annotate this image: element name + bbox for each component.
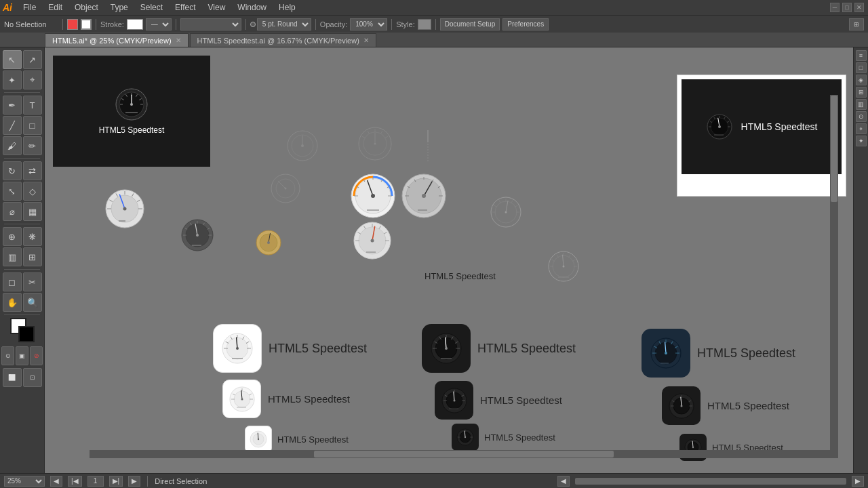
blend-tool[interactable]: ⊕	[3, 227, 22, 246]
symbol-tool[interactable]: ❋	[23, 227, 42, 246]
restore-button[interactable]: □	[842, 3, 852, 12]
arrange-panel-button[interactable]: ⊞	[849, 18, 864, 30]
small-beige-gauge	[255, 229, 282, 259]
screen-mode-btn[interactable]: ⬜	[3, 368, 22, 387]
svg-point-139	[369, 251, 370, 253]
svg-point-142	[373, 251, 374, 253]
app-icon-black-large[interactable]	[422, 324, 471, 373]
lasso-tool[interactable]: ⌖	[23, 70, 42, 89]
tab-speedtest-ai-close[interactable]: ✕	[363, 37, 369, 44]
menu-object[interactable]: Object	[69, 1, 104, 14]
background-color[interactable]	[18, 326, 35, 342]
direct-selection-tool[interactable]: ↗	[23, 50, 42, 69]
page-input[interactable]	[87, 476, 104, 487]
app-icon-black-medium[interactable]	[435, 381, 473, 420]
scissors-tool[interactable]: ✂	[23, 272, 42, 291]
menu-help[interactable]: Help	[273, 1, 301, 14]
menu-effect[interactable]: Effect	[170, 1, 201, 14]
svg-point-267	[457, 408, 458, 409]
rotate-tool[interactable]: ↻	[3, 161, 22, 180]
menu-select[interactable]: Select	[135, 1, 168, 14]
svg-point-229	[665, 352, 667, 354]
stroke-color-indicator[interactable]	[81, 19, 92, 30]
color-mode-btn[interactable]: ⊙	[1, 346, 14, 365]
right-panel-btn-7[interactable]: ⌖	[856, 123, 867, 134]
shear-tool[interactable]: ◇	[23, 182, 42, 201]
app-icon-white-small[interactable]	[245, 426, 272, 453]
app-icon-dark-medium[interactable]	[662, 386, 701, 425]
zoom-tool[interactable]: 🔍	[23, 293, 42, 312]
right-panel-btn-1[interactable]: ≡	[856, 50, 867, 61]
horizontal-scroll-thumb[interactable]	[314, 451, 614, 458]
minimize-button[interactable]: ─	[830, 3, 840, 12]
svg-point-230	[660, 363, 662, 364]
slice-tool[interactable]: ⊞	[23, 247, 42, 266]
preferences-button[interactable]: Preferences	[502, 18, 549, 30]
last-page-button[interactable]: ▶|	[109, 476, 123, 487]
menu-window[interactable]: Window	[232, 1, 272, 14]
selection-tool[interactable]: ↖	[3, 50, 22, 69]
svg-point-154	[563, 266, 565, 268]
right-panel-btn-2[interactable]: □	[856, 62, 867, 73]
menu-file[interactable]: File	[18, 1, 41, 14]
h-scroll-area[interactable]	[575, 478, 846, 485]
brush-style-select[interactable]	[180, 18, 241, 30]
app-icon-black-small[interactable]	[452, 424, 479, 451]
vertical-scrollbar[interactable]	[830, 95, 838, 450]
menu-view[interactable]: View	[203, 1, 231, 14]
right-panel-btn-4[interactable]: ⊞	[856, 87, 867, 98]
canvas-area[interactable]: HTML5 Speedtest	[45, 47, 853, 473]
stroke-style-select[interactable]: —	[146, 18, 172, 30]
zoom-select[interactable]: 25%	[4, 476, 45, 487]
pencil-tool[interactable]: ✏	[23, 136, 42, 155]
eraser-tool[interactable]: ◻	[3, 272, 22, 291]
pen-tool[interactable]: ✒	[3, 96, 22, 115]
tab-html5-ai-close[interactable]: ✕	[176, 37, 181, 44]
right-panel-btn-5[interactable]: ▥	[856, 99, 867, 110]
pt-round-select[interactable]: 5 pt. Round	[257, 18, 311, 30]
line-tool[interactable]: ╱	[3, 116, 22, 135]
tab-html5-ai[interactable]: HTML5.ai* @ 25% (CMYK/Preview) ✕	[45, 33, 189, 47]
svg-point-177	[718, 134, 719, 136]
document-setup-button[interactable]: Document Setup	[440, 18, 500, 30]
first-page-button[interactable]: |◀	[68, 476, 82, 487]
svg-point-179	[721, 134, 722, 136]
tab-speedtest-ai[interactable]: HTML5 Speedtest.ai @ 16.67% (CMYK/Previe…	[190, 33, 376, 47]
paintbrush-tool[interactable]: 🖌	[3, 136, 22, 155]
prev-page-button[interactable]: ◀	[50, 476, 62, 487]
right-panel: ≡ □ ◈ ⊞ ▥ ⊙ ⌖ ✦	[853, 47, 868, 473]
gradient-btn[interactable]: ▣	[16, 346, 28, 365]
rect-tool[interactable]: □	[23, 116, 42, 135]
reflect-tool[interactable]: ⇄	[23, 161, 42, 180]
close-button[interactable]: ✕	[854, 3, 864, 12]
column-graph-tool[interactable]: ▥	[3, 247, 22, 266]
right-panel-btn-6[interactable]: ⊙	[856, 111, 867, 122]
artboard-nav-left[interactable]: ◀	[557, 476, 570, 487]
svg-point-180	[722, 134, 724, 136]
next-page-button[interactable]: ▶	[128, 476, 140, 487]
warp-tool[interactable]: ⌀	[3, 202, 22, 221]
fill-color-indicator[interactable]	[67, 19, 78, 30]
artboard-nav-right[interactable]: ▶	[852, 476, 864, 487]
scale-tool[interactable]: ⤡	[3, 182, 22, 201]
vertical-scroll-thumb[interactable]	[831, 96, 837, 202]
full-screen-btn[interactable]: ⊡	[23, 368, 42, 387]
hand-tool[interactable]: ✋	[3, 293, 22, 312]
app-icon-dark-large[interactable]	[642, 329, 690, 378]
graph-tool[interactable]: ▦	[23, 202, 42, 221]
app-icon-white-medium[interactable]	[222, 380, 261, 418]
menu-edit[interactable]: Edit	[43, 1, 68, 14]
menu-type[interactable]: Type	[105, 1, 134, 14]
opacity-select[interactable]: 100%	[350, 18, 387, 30]
magic-wand-tool[interactable]: ✦	[3, 70, 22, 89]
none-btn[interactable]: ⊘	[30, 346, 43, 365]
app-icon-white-large[interactable]	[213, 324, 262, 373]
svg-point-216	[448, 358, 449, 359]
svg-point-232	[663, 363, 665, 364]
style-indicator	[418, 19, 431, 30]
right-panel-btn-8[interactable]: ✦	[856, 136, 867, 146]
horizontal-scrollbar[interactable]	[90, 450, 838, 458]
right-panel-btn-3[interactable]: ◈	[856, 75, 867, 85]
svg-point-156	[559, 277, 561, 278]
type-tool[interactable]: T	[23, 96, 42, 115]
